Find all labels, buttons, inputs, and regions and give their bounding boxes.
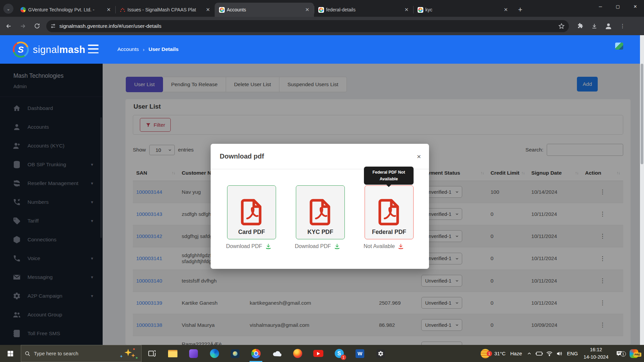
breadcrumb: Accounts › User Details (117, 46, 178, 52)
battery-icon[interactable] (534, 351, 544, 356)
federal-pdf-card[interactable]: Federal PDF (365, 185, 414, 239)
hidden-icons-chevron[interactable] (524, 351, 534, 356)
card-pdf-card[interactable]: Card PDF (227, 185, 276, 239)
pdf-card-label: Federal PDF (372, 229, 406, 236)
pdf-file-icon (377, 198, 401, 226)
breadcrumb-current: User Details (149, 46, 179, 52)
taskview-taskbar-icon[interactable] (142, 345, 162, 362)
weather-temp: 31°C (494, 351, 506, 356)
download-pdf-action[interactable]: Download PDF (295, 242, 340, 251)
signalmash-logo-icon: S (13, 42, 29, 58)
federal-pdf-tooltip: Federal PDF Not Available (364, 167, 414, 185)
extensions-icon[interactable] (575, 21, 586, 32)
edge-taskbar-icon[interactable] (204, 345, 225, 362)
weather-condition: Haze (510, 351, 522, 356)
download-toolbar-icon[interactable] (589, 21, 600, 32)
download-icon (334, 243, 340, 250)
firefox-taskbar-icon[interactable] (287, 345, 308, 362)
download-icon (397, 243, 404, 250)
download-pdf-action[interactable]: Download PDF (226, 242, 272, 251)
tab-title: kyc (425, 7, 500, 12)
redmine-favicon (120, 7, 125, 13)
chrome-taskbar-icon[interactable] (246, 345, 266, 362)
time: 16:12 (584, 346, 608, 353)
settings-taskbar-icon[interactable] (370, 345, 391, 362)
tab-title: GVenture Technology Pvt. Ltd. - (28, 7, 103, 12)
breadcrumb-chevron-icon: › (143, 47, 145, 52)
skype-taskbar-icon[interactable]: S1 (329, 345, 350, 362)
date: 14-10-2024 (584, 354, 608, 361)
minimize-button[interactable]: ─ (592, 0, 609, 13)
copilot-sparkles-icon (119, 347, 138, 360)
app-header: S signalmash Accounts › User Details (0, 35, 644, 64)
bookmark-star-icon[interactable] (558, 23, 565, 29)
brand-wordmark: signalmash (33, 44, 86, 55)
tab-close-icon[interactable]: ✕ (205, 6, 211, 13)
photos-taskbar-icon[interactable] (225, 345, 246, 362)
site-info-icon (50, 23, 56, 29)
new-tab-button[interactable]: + (515, 5, 525, 15)
window-controls: ─ ▢ ✕ (592, 0, 644, 13)
explorer-taskbar-icon[interactable] (162, 345, 183, 362)
signalmash-favicon: S (219, 7, 225, 13)
maximize-button[interactable]: ▢ (609, 0, 627, 13)
browser-tab[interactable]: GVenture Technology Pvt. Ltd. -✕ (16, 3, 115, 17)
search-icon (24, 351, 31, 357)
tab-search-icon[interactable]: ⌄ (3, 4, 13, 14)
browser-menu-icon[interactable]: ⋮ (617, 21, 628, 32)
address-bar[interactable]: signalmash.gventure.info/#/user/user-det… (46, 20, 569, 32)
copilot-pre-badge: PRE (634, 353, 641, 357)
start-button[interactable] (0, 345, 21, 362)
tab-title: Accounts (227, 7, 302, 12)
browser-tab[interactable]: Issues - SignalMash CPAAS Plat✕ (115, 3, 215, 17)
screen: { "colors": { "header_blue": "#1e6ff2", … (0, 0, 644, 362)
browser-tab[interactable]: Skyc✕ (413, 3, 513, 17)
signalmash-logo[interactable]: S signalmash (13, 42, 86, 58)
tab-close-icon[interactable]: ✕ (105, 6, 112, 13)
tab-title: Issues - SignalMash CPAAS Plat (127, 7, 203, 12)
hamburger-menu-icon[interactable] (88, 45, 99, 53)
download-icon (265, 243, 272, 250)
taskbar: Type here to search S1W 1 31°C Haze ENG (0, 345, 644, 362)
pdf-file-icon (239, 198, 264, 226)
header-avatar[interactable] (615, 43, 623, 50)
forward-icon[interactable] (17, 21, 28, 32)
url-text[interactable]: signalmash.gventure.info/#/user/user-det… (59, 23, 558, 29)
browser-tab[interactable]: Sfederal-details✕ (314, 3, 413, 17)
volume-icon[interactable] (554, 351, 565, 356)
reload-icon[interactable] (32, 21, 42, 32)
signalmash-favicon: S (418, 7, 423, 13)
page-scrollbar[interactable] (640, 35, 644, 345)
tab-close-icon[interactable]: ✕ (403, 6, 410, 13)
browser-toolbar: signalmash.gventure.info/#/user/user-det… (0, 17, 644, 35)
browser-tab[interactable]: SAccounts✕ (215, 3, 314, 17)
modal-title: Download pdf (220, 153, 417, 160)
breadcrumb-accounts[interactable]: Accounts (117, 46, 139, 52)
weather-icon[interactable]: 1 (479, 349, 492, 358)
onedrive-taskbar-icon[interactable] (266, 345, 287, 362)
language-indicator[interactable]: ENG (567, 351, 578, 356)
taskbar-search-placeholder: Type here to search (34, 351, 119, 356)
taskbar-search[interactable]: Type here to search (21, 345, 142, 362)
back-icon[interactable] (3, 21, 14, 32)
word-taskbar-icon[interactable]: W (350, 345, 370, 362)
pdf-file-icon (308, 198, 333, 226)
tab-title: federal-details (326, 7, 401, 12)
copilot-icon[interactable]: PRE (627, 349, 641, 358)
dynamics-taskbar-icon[interactable] (183, 345, 204, 362)
notification-center-icon[interactable]: 1 (612, 350, 627, 357)
not-available-action: Not Available (364, 242, 404, 251)
signalmash-favicon: S (318, 7, 324, 13)
tab-close-icon[interactable]: ✕ (304, 6, 311, 13)
taskbar-clock[interactable]: 16:12 14-10-2024 (584, 346, 608, 360)
pdf-card-label: Card PDF (238, 229, 265, 236)
pdf-card-label: KYC PDF (308, 229, 333, 236)
browser-tab-bar: ⌄ GVenture Technology Pvt. Ltd. -✕Issues… (0, 0, 644, 17)
youtube-taskbar-icon[interactable] (308, 345, 329, 362)
tab-close-icon[interactable]: ✕ (502, 6, 509, 13)
wifi-icon[interactable] (544, 351, 554, 356)
modal-close-icon[interactable]: × (417, 153, 421, 161)
kyc-pdf-card[interactable]: KYC PDF (296, 185, 345, 239)
profile-avatar-icon[interactable] (603, 21, 614, 32)
close-button[interactable]: ✕ (627, 0, 644, 13)
